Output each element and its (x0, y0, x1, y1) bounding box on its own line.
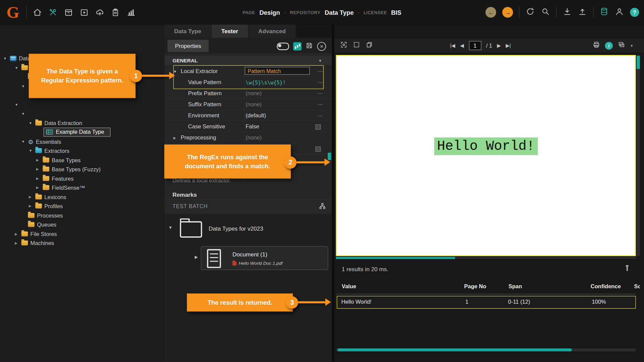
download-icon[interactable] (563, 7, 572, 18)
property-row-prefix-pattern[interactable]: Prefix Pattern (none) … (164, 88, 332, 99)
checkbox[interactable] (315, 124, 321, 130)
archive-icon[interactable] (64, 8, 73, 18)
expand-arrow[interactable] (29, 148, 36, 153)
property-value[interactable]: (none) (246, 90, 308, 96)
property-row-suffix-pattern[interactable]: Suffix Pattern (none) … (164, 99, 332, 110)
expand-arrow[interactable] (173, 136, 176, 140)
batch-folder-label[interactable]: Data Types for v2023 (209, 225, 263, 232)
licensee-value[interactable]: BIS (391, 9, 401, 16)
scrollbar-thumb[interactable] (637, 56, 640, 69)
result-row[interactable]: Hello World! 1 0-11 (12) 100% (337, 296, 636, 309)
expand-arrow[interactable] (36, 177, 43, 181)
viewer-horizontal-scrollbar[interactable] (336, 257, 636, 259)
help-icon[interactable] (630, 8, 639, 17)
expand-arrow[interactable] (29, 195, 36, 199)
diagnostics-chart-icon[interactable] (293, 42, 301, 50)
selected-node[interactable]: Example Data Type (44, 128, 110, 137)
expand-arrow[interactable] (195, 255, 198, 259)
previous-page-icon[interactable] (460, 43, 464, 48)
hierarchy-icon[interactable] (319, 202, 326, 212)
tree-item-processes[interactable]: Processes (0, 211, 185, 220)
more-button[interactable]: … (315, 88, 325, 96)
expand-arrow[interactable] (29, 121, 36, 125)
scrollbar-thumb[interactable] (336, 257, 455, 259)
expand-arrow[interactable] (21, 139, 28, 143)
refresh-icon[interactable] (526, 7, 535, 18)
tree-item-essentials[interactable]: Essentials (0, 137, 185, 146)
property-row-local-extractor[interactable]: Local Extractor Pattern Match … (164, 66, 332, 77)
document-page[interactable]: Hello World! (336, 55, 636, 256)
toggle-icon[interactable] (277, 43, 289, 50)
document-card[interactable]: Document (1) Hello World Doc 1.pdf (201, 246, 328, 270)
expand-arrow[interactable] (36, 158, 43, 162)
expand-arrow[interactable] (3, 56, 10, 60)
property-value[interactable]: \w{5}\s\w{5}! (246, 80, 308, 86)
tab-tester[interactable]: Tester (211, 24, 248, 38)
more-button[interactable]: … (315, 111, 325, 118)
upload-cloud-icon[interactable] (95, 8, 104, 18)
home-icon[interactable] (33, 8, 42, 18)
column-header-clipped[interactable]: Sc (634, 283, 640, 289)
repository-value[interactable]: Data Type (325, 9, 354, 16)
upload-icon[interactable] (578, 7, 587, 18)
viewer-vertical-scrollbar[interactable] (637, 55, 640, 256)
video-icon[interactable] (80, 8, 89, 18)
scrollbar-thumb[interactable] (338, 349, 572, 352)
tools-icon[interactable] (48, 8, 57, 18)
info-icon[interactable] (605, 42, 613, 49)
expand-arrow[interactable] (15, 103, 21, 107)
chevron-down-icon[interactable] (630, 44, 633, 47)
expand-arrow[interactable] (21, 84, 28, 88)
batch-folder-icon[interactable] (180, 221, 202, 238)
page-number-input[interactable] (469, 41, 481, 50)
tree-item-queues[interactable]: Queues (0, 220, 185, 229)
clear-results-icon[interactable] (624, 264, 631, 274)
clipboard-icon[interactable] (111, 8, 120, 18)
database-icon[interactable] (600, 7, 609, 18)
next-page-icon[interactable] (497, 43, 501, 48)
property-value[interactable]: False (246, 124, 308, 130)
column-header-value[interactable]: Value (342, 283, 356, 289)
expand-arrow[interactable] (15, 66, 21, 70)
property-row-value-pattern[interactable]: Value Pattern \w{5}\s\w{5}! … (164, 77, 332, 88)
tree-item-hidden[interactable] (0, 109, 185, 118)
pages-icon[interactable] (366, 41, 373, 50)
panel-splitter[interactable] (332, 24, 334, 362)
tab-data-type[interactable]: Data Type (164, 24, 211, 38)
more-button[interactable]: … (315, 66, 325, 73)
expand-arrow[interactable] (36, 185, 43, 189)
expand-arrow[interactable] (21, 112, 28, 116)
property-row-case-sensitive[interactable]: Case Sensitive False (164, 121, 332, 132)
print-icon[interactable] (593, 41, 600, 50)
back-icon[interactable] (485, 7, 496, 18)
close-icon[interactable] (317, 42, 326, 51)
column-header-span[interactable]: Span (508, 283, 522, 289)
property-value[interactable]: (default) (246, 113, 308, 119)
more-button[interactable]: … (315, 100, 325, 107)
tab-advanced[interactable]: Advanced (249, 24, 296, 38)
property-row-preprocessing[interactable]: Preprocessing (none) (164, 132, 332, 143)
last-page-icon[interactable] (506, 43, 511, 48)
tree-item-hidden[interactable] (0, 100, 179, 109)
forward-icon[interactable] (502, 7, 513, 18)
page-value[interactable]: Design (259, 9, 280, 16)
thumbnail-grid-icon[interactable] (353, 41, 360, 50)
layout-icon[interactable] (618, 41, 625, 50)
column-header-page-no[interactable]: Page No (464, 283, 486, 289)
tree-item-file-stores[interactable]: File Stores (0, 229, 179, 238)
results-horizontal-scrollbar[interactable] (336, 349, 636, 352)
expand-arrow[interactable] (29, 204, 36, 208)
chevron-down-icon[interactable] (318, 56, 322, 66)
properties-tab[interactable]: Properties (168, 40, 209, 52)
expand-arrow[interactable] (15, 241, 21, 245)
save-icon[interactable] (306, 42, 313, 51)
first-page-icon[interactable] (450, 43, 455, 48)
property-value[interactable]: (none) (246, 101, 308, 107)
column-header-confidence[interactable]: Confidence (591, 283, 621, 289)
expand-arrow[interactable] (168, 225, 172, 230)
expand-arrow[interactable] (15, 232, 21, 236)
property-value[interactable]: (none) (246, 135, 308, 141)
expand-arrow[interactable] (36, 167, 43, 171)
tree-item-machines[interactable]: Machines (0, 238, 179, 247)
more-button[interactable]: … (315, 77, 325, 84)
